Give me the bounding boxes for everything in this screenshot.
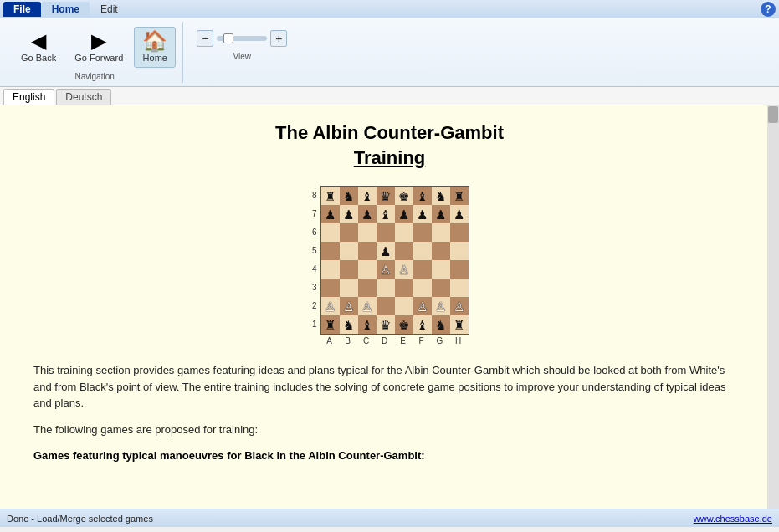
chess-board-wrapper: 8 7 6 5 4 3 2 1 ♜♞♝♛♚♝♞♜♟♟♟♝♟♟♟♟♟♙♙♙♙♙♙♙… <box>310 186 469 345</box>
chess-cell[interactable] <box>340 223 358 242</box>
file-g: G <box>431 336 449 345</box>
rank-4: 4 <box>310 259 319 278</box>
chess-cell[interactable]: ♞ <box>340 315 358 334</box>
lang-tab-english[interactable]: English <box>3 89 54 105</box>
chess-cell[interactable]: ♜ <box>450 315 469 334</box>
chess-cell[interactable]: ♟ <box>432 205 450 223</box>
chess-cell[interactable]: ♜ <box>321 315 340 334</box>
go-forward-icon: ▶ <box>91 31 106 51</box>
chess-cell[interactable] <box>432 260 450 279</box>
chess-cell[interactable]: ♚ <box>395 187 413 205</box>
chess-cell[interactable] <box>340 279 358 297</box>
navigation-group-label: Navigation <box>75 70 115 81</box>
chess-cell[interactable]: ♟ <box>413 205 432 223</box>
chess-cell[interactable]: ♞ <box>432 187 450 205</box>
board-with-ranks: 8 7 6 5 4 3 2 1 ♜♞♝♛♚♝♞♜♟♟♟♝♟♟♟♟♟♙♙♙♙♙♙♙… <box>310 186 469 345</box>
chess-cell[interactable] <box>321 223 340 242</box>
chess-cell[interactable] <box>413 279 432 297</box>
zoom-out-button[interactable]: − <box>197 30 213 47</box>
home-button[interactable]: 🏠 Home <box>134 27 176 68</box>
chess-cell[interactable] <box>377 297 395 315</box>
chess-cell[interactable] <box>340 242 358 260</box>
chess-cell[interactable]: ♚ <box>395 315 413 334</box>
chess-cell[interactable] <box>321 242 340 260</box>
file-menu-tab[interactable]: File <box>3 2 41 17</box>
chess-cell[interactable] <box>358 260 377 279</box>
chess-board[interactable]: ♜♞♝♛♚♝♞♜♟♟♟♝♟♟♟♟♟♙♙♙♙♙♙♙♙♜♞♝♛♚♝♞♜ <box>320 186 469 335</box>
chess-cell[interactable] <box>450 279 469 297</box>
chess-cell[interactable] <box>395 297 413 315</box>
go-back-button[interactable]: ◀ Go Back <box>13 27 64 68</box>
section-heading: Games featuring typical manoeuvres for B… <box>33 448 746 464</box>
chess-cell[interactable]: ♝ <box>413 187 432 205</box>
chess-cell[interactable]: ♙ <box>395 260 413 279</box>
content-subtitle: Training <box>33 147 746 169</box>
home-menu-tab[interactable]: Home <box>42 2 90 17</box>
chess-cell[interactable]: ♜ <box>450 187 469 205</box>
scrollbar[interactable] <box>767 105 779 509</box>
chess-cell[interactable]: ♛ <box>377 315 395 334</box>
chess-cell[interactable]: ♟ <box>358 205 377 223</box>
chess-cell[interactable] <box>395 279 413 297</box>
chess-cell[interactable]: ♝ <box>377 205 395 223</box>
chess-cell[interactable]: ♛ <box>377 187 395 205</box>
scrollbar-thumb[interactable] <box>768 106 778 123</box>
chess-cell[interactable] <box>450 260 469 279</box>
chess-cell[interactable] <box>395 223 413 242</box>
navigation-buttons: ◀ Go Back ▶ Go Forward 🏠 Home <box>13 23 176 70</box>
chess-cell[interactable] <box>358 223 377 242</box>
chess-cell[interactable] <box>358 242 377 260</box>
go-back-label: Go Back <box>21 53 56 64</box>
chess-cell[interactable]: ♜ <box>321 187 340 205</box>
paragraph1: This training section provides games fea… <box>33 362 746 412</box>
chess-cell[interactable]: ♙ <box>450 297 469 315</box>
content-title: The Albin Counter-Gambit <box>33 122 746 144</box>
chess-cell[interactable] <box>321 260 340 279</box>
help-icon[interactable]: ? <box>761 2 776 17</box>
chess-cell[interactable] <box>432 279 450 297</box>
chess-cell[interactable] <box>340 260 358 279</box>
chess-cell[interactable]: ♙ <box>413 297 432 315</box>
chess-cell[interactable] <box>413 223 432 242</box>
zoom-in-button[interactable]: + <box>270 30 287 47</box>
file-h: H <box>449 336 468 345</box>
rank-3: 3 <box>310 278 319 296</box>
chess-cell[interactable]: ♙ <box>432 297 450 315</box>
go-forward-button[interactable]: ▶ Go Forward <box>67 27 131 68</box>
chess-cell[interactable]: ♟ <box>450 205 469 223</box>
status-link[interactable]: www.chessbase.de <box>694 514 772 524</box>
chess-cell[interactable] <box>450 242 469 260</box>
chess-cell[interactable]: ♙ <box>358 297 377 315</box>
chess-cell[interactable]: ♙ <box>321 297 340 315</box>
chess-cell[interactable] <box>432 223 450 242</box>
chess-cell[interactable]: ♝ <box>413 315 432 334</box>
chess-cell[interactable]: ♝ <box>358 187 377 205</box>
chess-cell[interactable] <box>395 242 413 260</box>
content-wrapper: The Albin Counter-Gambit Training 8 7 6 … <box>33 122 746 464</box>
edit-menu-tab[interactable]: Edit <box>90 2 128 17</box>
chess-cell[interactable] <box>321 279 340 297</box>
chess-cell[interactable] <box>413 242 432 260</box>
chess-cell[interactable]: ♙ <box>377 260 395 279</box>
chess-cell[interactable]: ♟ <box>395 205 413 223</box>
chess-cell[interactable]: ♞ <box>340 187 358 205</box>
chess-cell[interactable] <box>358 279 377 297</box>
chess-cell[interactable] <box>377 279 395 297</box>
paragraph2: The following games are proposed for tra… <box>33 422 746 438</box>
lang-tab-deutsch[interactable]: Deutsch <box>56 89 111 105</box>
chess-cell[interactable] <box>377 223 395 242</box>
chess-cell[interactable]: ♞ <box>432 315 450 334</box>
chess-cell[interactable] <box>450 223 469 242</box>
chess-cell[interactable] <box>432 242 450 260</box>
chess-cell[interactable]: ♝ <box>358 315 377 334</box>
home-label: Home <box>143 53 167 64</box>
file-c: C <box>357 336 376 345</box>
rank-5: 5 <box>310 241 319 259</box>
chess-cell[interactable]: ♙ <box>340 297 358 315</box>
chess-cell[interactable]: ♟ <box>321 205 340 223</box>
chess-cell[interactable]: ♟ <box>340 205 358 223</box>
zoom-thumb[interactable] <box>223 33 233 43</box>
chess-cell[interactable]: ♟ <box>377 242 395 260</box>
chess-cell[interactable] <box>413 260 432 279</box>
zoom-slider[interactable] <box>217 36 267 41</box>
